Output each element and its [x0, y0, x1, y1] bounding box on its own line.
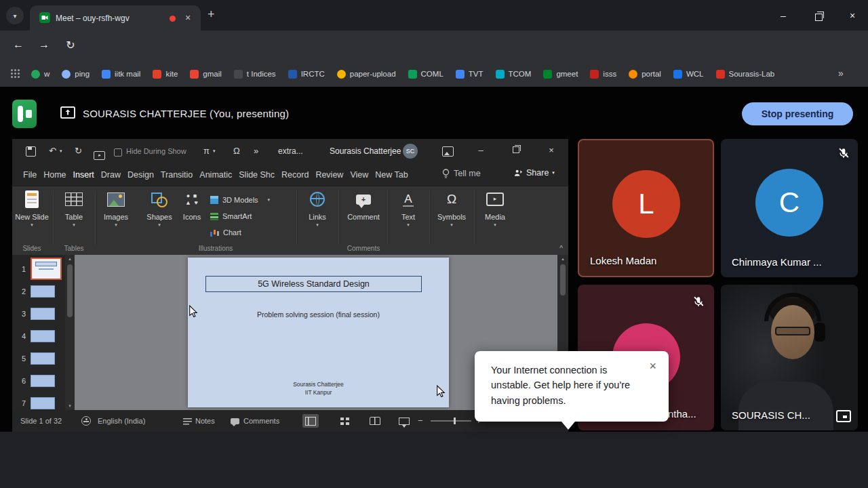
apps-grid-icon[interactable] — [11, 69, 20, 79]
media-button[interactable]: ▸ Media ▾ — [477, 189, 513, 242]
back-icon[interactable]: ← — [11, 39, 26, 51]
scrollbar-thumb[interactable] — [560, 264, 566, 296]
images-button[interactable]: Images ▾ — [97, 189, 135, 242]
participant-tile[interactable]: L Lokesh Madan — [578, 139, 714, 277]
picture-in-picture-icon[interactable] — [836, 410, 851, 422]
thumbnail-scrollbar[interactable]: ▴ ▾ — [65, 255, 75, 410]
qat-overflow-icon[interactable]: » — [254, 146, 258, 156]
bookmark[interactable]: COML — [408, 70, 443, 79]
slideshow-from-start-icon[interactable]: ▸ — [94, 147, 105, 160]
slide-thumbnail[interactable]: 3 — [12, 302, 65, 325]
reading-view-button[interactable] — [367, 414, 383, 428]
equation-dropdown-icon[interactable]: ▾ — [213, 148, 216, 154]
symbols-button[interactable]: Ω Symbols ▾ — [433, 189, 471, 242]
undo-dropdown-icon[interactable]: ▾ — [60, 148, 62, 154]
zoom-slider-thumb[interactable] — [454, 418, 456, 424]
photo-icon[interactable] — [442, 146, 454, 159]
slide-thumbnail[interactable]: 2 — [12, 280, 65, 302]
forward-icon[interactable]: → — [37, 39, 52, 51]
comments-label[interactable]: Comments — [243, 417, 279, 425]
bookmark[interactable]: WCL — [673, 70, 704, 79]
search-box[interactable]: extra... — [278, 146, 303, 156]
tell-me-control[interactable]: Tell me — [442, 169, 481, 178]
share-button[interactable]: Share ▾ — [514, 168, 555, 178]
bookmark[interactable]: TVT — [456, 70, 484, 79]
normal-view-button[interactable] — [302, 414, 319, 428]
save-icon[interactable] — [26, 146, 36, 159]
account-name[interactable]: Sourasis Chatterjee — [330, 146, 401, 156]
ribbon-tab[interactable]: Record — [281, 170, 309, 180]
hide-during-show-checkbox[interactable] — [114, 147, 122, 159]
bookmark[interactable]: isss — [590, 70, 616, 79]
bookmark[interactable]: TCOM — [496, 70, 532, 79]
ppt-close-button[interactable]: × — [545, 145, 557, 155]
new-tab-button[interactable]: + — [208, 7, 215, 22]
slide-thumbnail[interactable]: 4 — [12, 325, 65, 347]
ribbon-tab[interactable]: File — [23, 170, 37, 180]
ppt-restore-button[interactable] — [510, 144, 522, 154]
window-restore-button[interactable] — [812, 11, 825, 24]
window-close-button[interactable]: × — [846, 9, 859, 22]
bookmark[interactable]: Sourasis-Lab — [716, 70, 775, 79]
ribbon-tab[interactable]: Home — [43, 170, 66, 180]
ribbon-tab[interactable]: Slide Shc — [239, 170, 275, 180]
comment-button[interactable]: + Comment — [343, 189, 384, 242]
new-slide-button[interactable]: New Slide ▾ — [13, 189, 51, 242]
accessibility-icon[interactable] — [81, 416, 91, 427]
table-button[interactable]: Table ▾ — [55, 189, 93, 242]
text-button[interactable]: A Text ▾ — [391, 189, 426, 242]
bookmark[interactable]: gmeet — [543, 70, 578, 79]
ribbon-tab[interactable]: Transitio — [161, 170, 193, 180]
ribbon-tab[interactable]: Insert — [73, 170, 94, 180]
ppt-minimize-button[interactable]: – — [475, 145, 487, 155]
slide-title-box[interactable]: 5G Wireless Standard Design — [205, 276, 422, 292]
slide-sorter-view-button[interactable] — [336, 414, 353, 428]
smartart-button[interactable]: SmartArt — [210, 208, 296, 224]
collapse-ribbon-icon[interactable]: ^ — [559, 245, 563, 252]
bookmark[interactable]: kite — [153, 70, 178, 79]
shapes-button[interactable]: Shapes ▾ — [140, 189, 178, 242]
bookmark[interactable]: IRCTC — [288, 70, 325, 79]
ribbon-tab[interactable]: Draw — [101, 170, 121, 180]
ribbon-tab[interactable]: Review — [315, 170, 343, 180]
slide-thumbnail[interactable]: 5 — [12, 347, 65, 369]
chart-button[interactable]: Chart — [210, 224, 296, 241]
scrollbar-thumb[interactable] — [67, 264, 73, 317]
slide[interactable]: 5G Wireless Standard Design Problem solv… — [188, 258, 449, 407]
bookmark[interactable]: paper-upload — [337, 70, 396, 79]
popup-close-icon[interactable]: × — [649, 359, 656, 373]
ribbon-tab[interactable]: Animatic — [199, 170, 232, 180]
ribbon-tab[interactable]: New Tab — [375, 170, 408, 180]
bookmark[interactable]: ping — [62, 70, 90, 79]
language-label[interactable]: English (India) — [98, 417, 145, 425]
equation-pi-icon[interactable]: π — [203, 146, 210, 156]
ribbon-tab[interactable]: View — [350, 170, 368, 180]
slide-thumbnail[interactable]: 6 — [12, 369, 65, 392]
account-avatar[interactable]: SC — [403, 144, 418, 159]
scroll-up-icon[interactable]: ▴ — [557, 256, 568, 262]
tab-close-icon[interactable]: × — [182, 12, 194, 24]
stop-presenting-button[interactable]: Stop presenting — [742, 102, 853, 125]
notes-icon[interactable] — [183, 418, 192, 426]
slide-subtitle[interactable]: Problem solving session (final session) — [188, 310, 449, 319]
bookmark[interactable]: iitk mail — [102, 70, 140, 79]
browser-tab[interactable]: Meet – ouy-rsfh-wgv × — [30, 5, 201, 30]
bookmark[interactable]: portal — [629, 70, 661, 79]
redo-icon[interactable]: ↻ — [75, 146, 82, 156]
scroll-down-icon[interactable]: ▾ — [65, 403, 75, 409]
participant-video-tile[interactable]: SOURASIS CH... — [721, 285, 858, 430]
icons-button[interactable]: ● ■▲ ♥ Icons — [177, 189, 207, 242]
symbol-omega-icon[interactable]: Ω — [233, 146, 240, 156]
bookmarks-overflow-icon[interactable]: » — [838, 68, 844, 79]
scroll-up-icon[interactable]: ▴ — [65, 256, 75, 262]
slide-author-block[interactable]: Sourasis Chatterjee IIT Kanpur — [188, 381, 449, 397]
3d-models-button[interactable]: 3D Models ▾ — [210, 192, 296, 208]
comments-icon[interactable] — [231, 418, 239, 426]
tab-search-button[interactable]: ▾ — [6, 7, 24, 24]
zoom-out-icon[interactable]: − — [418, 415, 423, 426]
reload-icon[interactable]: ↻ — [63, 39, 78, 52]
window-minimize-button[interactable]: – — [776, 9, 790, 22]
slideshow-view-button[interactable] — [396, 414, 412, 428]
slide-thumbnail[interactable]: 1 — [12, 258, 65, 280]
slide-thumbnail[interactable]: 7 — [12, 392, 65, 410]
